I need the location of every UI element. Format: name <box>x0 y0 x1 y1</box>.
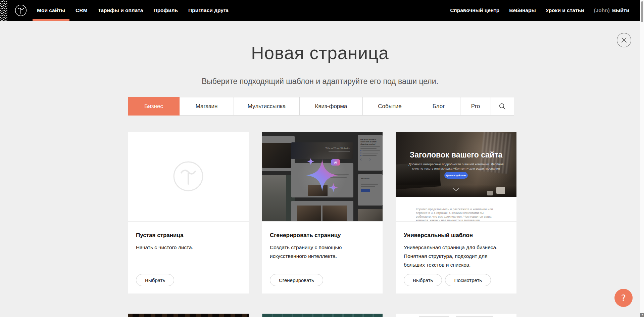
nav-item-crm[interactable]: CRM <box>76 0 87 21</box>
zigzag-pattern-icon <box>0 0 7 21</box>
nav-logout-button[interactable]: Выйти <box>612 0 629 21</box>
scrollbar-track: ▼ <box>640 0 644 317</box>
nav-user-name: (John) <box>594 0 610 21</box>
tab-pro[interactable]: Pro <box>460 97 491 116</box>
universal-template-preview[interactable]: Заголовок вашего сайта Добавьте интересн… <box>396 132 516 222</box>
template-hero: Заголовок вашего сайта Добавьте интересн… <box>396 132 516 197</box>
nav-item-webinars[interactable]: Вебинары <box>509 0 536 21</box>
tab-business[interactable]: Бизнес <box>128 97 180 116</box>
hero-photo-cup <box>487 191 493 195</box>
nav-right-menu: Справочный центр Вебинары Уроки и статьи… <box>450 0 629 21</box>
tab-store[interactable]: Магазин <box>179 97 234 116</box>
hero-cta-button: Целевое действие <box>444 172 468 179</box>
placeholder-line <box>456 316 493 317</box>
template-cards-row: Пустая страница Начать с чистого листа. … <box>128 132 516 293</box>
template-category-tabs: Бизнес Магазин Мультиссылка Квиз-форма С… <box>128 97 516 116</box>
template-card-preview-partial[interactable] <box>262 314 383 317</box>
tab-search[interactable] <box>491 97 514 116</box>
close-icon <box>621 37 627 43</box>
help-button[interactable]: ? <box>614 289 633 307</box>
generate-button[interactable]: Сгенерировать <box>270 274 323 286</box>
card-title: Универсальный шаблон <box>404 222 508 239</box>
choose-button[interactable]: Выбрать <box>404 274 442 286</box>
page-title: Новая страница <box>0 43 640 63</box>
nav-left-menu: Мои сайты CRM Тарифы и оплата Профиль Пр… <box>37 0 229 21</box>
nav-item-my-sites[interactable]: Мои сайты <box>37 0 65 21</box>
scrollbar-down-arrow[interactable]: ▼ <box>640 313 644 317</box>
page-subtitle: Выберите подходящий шаблон и адаптируйте… <box>0 77 640 86</box>
close-dialog-button[interactable] <box>617 33 631 47</box>
template-body-text: Коротко представьтесь и расскажите о ком… <box>416 208 497 222</box>
nav-item-lessons[interactable]: Уроки и статьи <box>546 0 584 21</box>
tab-event[interactable]: Событие <box>362 97 417 116</box>
nav-item-invite-friend[interactable]: Пригласи друга <box>188 0 229 21</box>
card-description: Универсальная страница для бизнеса. Поня… <box>404 243 508 269</box>
tab-multilink[interactable]: Мультиссылка <box>234 97 300 116</box>
card-description: Начать с чистого листа. <box>136 243 241 252</box>
nav-item-tariffs[interactable]: Тарифы и оплата <box>98 0 143 21</box>
card-universal-template: Заголовок вашего сайта Добавьте интересн… <box>396 132 516 293</box>
choose-button[interactable]: Выбрать <box>136 274 174 286</box>
ai-generate-preview[interactable]: Title of Your Website Feature Get your h… <box>262 132 383 222</box>
tilda-logo-icon[interactable] <box>15 4 27 16</box>
search-icon <box>499 103 506 110</box>
top-navbar: Мои сайты CRM Тарифы и оплата Профиль Пр… <box>0 0 644 21</box>
ai-badge: AI <box>331 159 340 166</box>
scrollbar-thumb[interactable] <box>641 1 643 22</box>
card-title: Пустая страница <box>136 222 241 239</box>
nav-item-help-center[interactable]: Справочный центр <box>450 0 499 21</box>
ai-sparkle-small-icon <box>307 158 314 165</box>
placeholder-line <box>419 316 449 317</box>
universal-template-info: Универсальный шаблон Универсальная стран… <box>396 222 516 293</box>
preview-button[interactable]: Посмотреть <box>445 274 491 286</box>
next-template-row <box>128 314 516 317</box>
blank-page-preview[interactable] <box>128 132 249 222</box>
template-card-preview-partial[interactable] <box>128 314 249 317</box>
tab-blog[interactable]: Блог <box>417 97 460 116</box>
card-description: Создать страницу с помощью искусственног… <box>270 243 352 261</box>
tilda-watermark-icon <box>173 161 204 192</box>
blank-page-info: Пустая страница Начать с чистого листа. … <box>128 222 249 293</box>
hero-title: Заголовок вашего сайта <box>396 150 516 160</box>
chevron-down-icon <box>453 188 459 191</box>
hero-photo-cup <box>496 187 505 194</box>
nav-item-profile[interactable]: Профиль <box>153 0 178 21</box>
ai-generate-info: Сгенерировать страницу Создать страницу … <box>262 222 383 293</box>
tab-quiz-form[interactable]: Квиз-форма <box>299 97 363 116</box>
card-ai-generate: Title of Your Website Feature Get your h… <box>262 132 383 293</box>
card-title: Сгенерировать страницу <box>270 222 375 239</box>
template-card-preview-partial[interactable] <box>396 314 516 317</box>
card-blank-page: Пустая страница Начать с чистого листа. … <box>128 132 249 293</box>
ai-sparkle-small-icon <box>329 183 338 192</box>
